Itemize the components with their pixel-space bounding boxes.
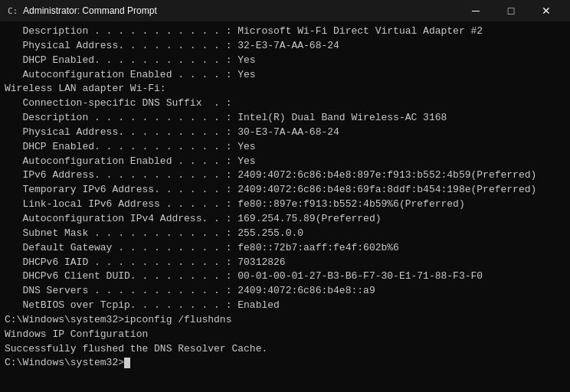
terminal-line: C:\Windows\system32>ipconfig /flushdns (5, 313, 565, 328)
terminal-line: IPv6 Address. . . . . . . . . . . : 2409… (5, 168, 565, 183)
terminal-line: Link-local IPv6 Address . . . . . : fe80… (5, 198, 565, 212)
terminal-line: Temporary IPv6 Address. . . . . . : 2409… (5, 183, 565, 198)
close-button[interactable]: ✕ (529, 0, 564, 21)
terminal-line: Subnet Mask . . . . . . . . . . . : 255.… (5, 227, 565, 241)
cursor (124, 358, 130, 368)
minimize-button[interactable]: ─ (458, 0, 493, 21)
terminal-line: DNS Servers . . . . . . . . . . . : 2409… (5, 284, 565, 299)
title-bar: C: Administrator: Command Prompt ─ □ ✕ (0, 0, 570, 21)
cmd-icon: C: (6, 5, 18, 17)
window: C: Administrator: Command Prompt ─ □ ✕ D… (0, 0, 570, 392)
terminal-line: Windows IP Configuration (5, 328, 565, 342)
terminal-line: Physical Address. . . . . . . . . : 32-E… (5, 39, 565, 54)
terminal-line: DHCP Enabled. . . . . . . . . . . : Yes (5, 140, 565, 155)
terminal-line: NetBIOS over Tcpip. . . . . . . . : Enab… (5, 299, 565, 313)
terminal-line: C:\Windows\system32> (5, 356, 565, 371)
terminal-line: Wireless LAN adapter Wi-Fi: (5, 82, 565, 96)
terminal-line: DHCPv6 Client DUID. . . . . . . . : 00-0… (5, 270, 565, 284)
svg-text:C:: C: (8, 6, 18, 16)
terminal-line: Default Gateway . . . . . . . . . : fe80… (5, 241, 565, 256)
window-controls: ─ □ ✕ (458, 0, 564, 21)
terminal-line: Physical Address. . . . . . . . . : 30-E… (5, 126, 565, 140)
window-title: Administrator: Command Prompt (23, 5, 157, 16)
terminal-line: Connection-specific DNS Suffix . : (5, 96, 565, 111)
terminal-line: Successfully flushed the DNS Resolver Ca… (5, 342, 565, 357)
terminal-body[interactable]: Description . . . . . . . . . . . : Micr… (0, 21, 570, 392)
terminal-line: DHCP Enabled. . . . . . . . . . . : Yes (5, 54, 565, 68)
title-bar-left: C: Administrator: Command Prompt (6, 5, 157, 17)
maximize-button[interactable]: □ (493, 0, 529, 21)
terminal-line: Description . . . . . . . . . . . : Micr… (5, 24, 565, 39)
terminal-line: Autoconfiguration Enabled . . . . : Yes (5, 155, 565, 169)
terminal-line: Autoconfiguration IPv4 Address. . : 169.… (5, 212, 565, 227)
terminal-line: DHCPv6 IAID . . . . . . . . . . . : 7031… (5, 256, 565, 270)
terminal-line: Description . . . . . . . . . . . : Inte… (5, 111, 565, 126)
terminal-line: Autoconfiguration Enabled . . . . : Yes (5, 68, 565, 83)
